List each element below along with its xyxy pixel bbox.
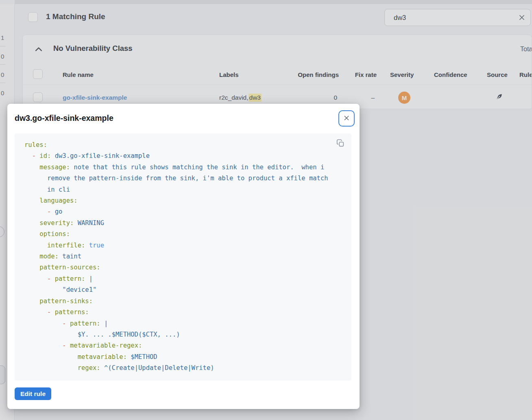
code-line: metavariable: $METHOD bbox=[24, 352, 342, 363]
code-line: $Y. ... .$METHOD($CTX, ...) bbox=[24, 329, 342, 340]
code-line: - patterns: bbox=[24, 307, 342, 318]
code-line: "device1" bbox=[24, 284, 342, 295]
code-line: remove the pattern-inside from the sink,… bbox=[24, 173, 342, 184]
edit-rule-button[interactable]: Edit rule bbox=[15, 387, 51, 400]
code-line: regex: ^(Create|Update|Delete|Write) bbox=[24, 363, 342, 374]
code-line: - pattern: | bbox=[24, 318, 342, 329]
code-line: interfile: true bbox=[24, 240, 342, 251]
code-line: mode: taint bbox=[24, 251, 342, 262]
code-line: pattern-sources: bbox=[24, 262, 342, 273]
code-line: - go bbox=[24, 206, 342, 217]
code-line: - metavariable-regex: bbox=[24, 340, 342, 351]
x-icon bbox=[342, 114, 351, 123]
rule-yaml-code-block: rules: - id: dw3.go-xfile-sink-example m… bbox=[15, 133, 351, 381]
code-line: message: note that this rule shows match… bbox=[24, 162, 342, 173]
code-line: languages: bbox=[24, 195, 342, 206]
code-lines: rules: - id: dw3.go-xfile-sink-example m… bbox=[24, 140, 342, 374]
code-line: - id: dw3.go-xfile-sink-example bbox=[24, 151, 342, 162]
code-line: rules: bbox=[24, 140, 342, 151]
modal-close-button[interactable] bbox=[338, 110, 355, 127]
modal-title: dw3.go-xfile-sink-example bbox=[15, 114, 113, 123]
code-line: - pattern: | bbox=[24, 273, 342, 284]
code-line: in cli bbox=[24, 184, 342, 195]
copy-icon bbox=[336, 143, 345, 149]
rule-detail-modal: dw3.go-xfile-sink-example rules: - id: d… bbox=[7, 104, 360, 409]
code-line: pattern-sinks: bbox=[24, 296, 342, 307]
code-line: severity: WARNING bbox=[24, 218, 342, 229]
copy-code-button[interactable] bbox=[335, 138, 346, 149]
code-line: options: bbox=[24, 229, 342, 240]
